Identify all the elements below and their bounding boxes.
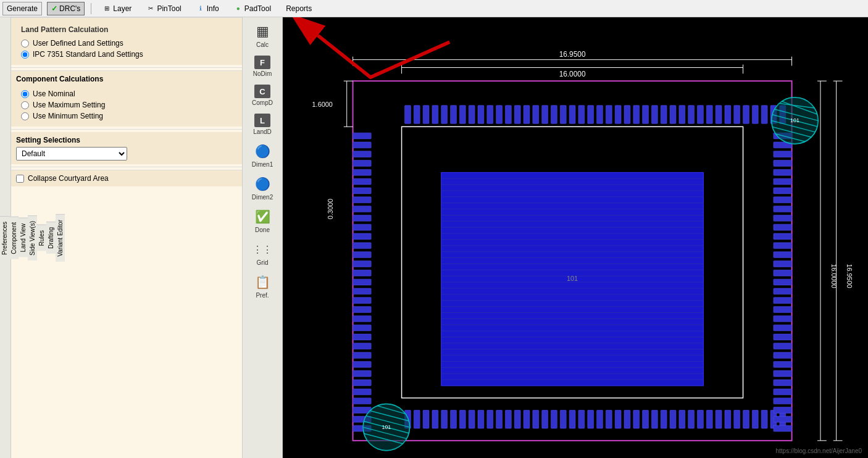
svg-rect-179: [774, 352, 792, 359]
svg-rect-142: [353, 315, 372, 322]
use-nominal-label: Use Nominal: [33, 90, 75, 98]
svg-rect-118: [752, 410, 758, 428]
svg-rect-50: [514, 106, 520, 124]
pintool-menu[interactable]: ✂ PinTool: [141, 3, 186, 14]
pref-button[interactable]: 📋 Pref.: [244, 270, 280, 302]
vtab-component[interactable]: Component: [9, 217, 19, 259]
svg-rect-109: [670, 410, 676, 428]
svg-rect-133: [353, 233, 372, 239]
info-menu[interactable]: ℹ Info: [191, 3, 224, 14]
svg-rect-87: [469, 410, 475, 428]
svg-rect-81: [414, 410, 420, 428]
svg-rect-107: [651, 410, 657, 428]
ipc7351-radio-input[interactable]: [21, 51, 29, 59]
comp-calc-title: Component Calculations: [16, 75, 237, 83]
svg-rect-172: [774, 288, 792, 294]
calc-button[interactable]: ▦ Calc: [244, 20, 280, 51]
done-icon: ✅: [254, 208, 271, 225]
layer-menu[interactable]: ⊞ Layer: [98, 3, 136, 14]
vtab-drafting[interactable]: Drafting: [46, 222, 56, 254]
svg-rect-46: [478, 106, 484, 124]
svg-rect-141: [353, 307, 372, 313]
dimen2-button[interactable]: 🔵 Dimen2: [244, 172, 280, 204]
use-nominal-radio-input[interactable]: [21, 90, 29, 98]
checkmark-icon: ✓: [51, 4, 57, 13]
pcb-canvas[interactable]: 101 101 101 16.9500: [283, 17, 868, 458]
svg-rect-137: [353, 270, 372, 276]
vtab-rules[interactable]: Rules: [37, 225, 46, 251]
svg-rect-147: [353, 361, 372, 367]
vtab-landview[interactable]: Land View: [19, 218, 28, 257]
svg-rect-123: [353, 142, 372, 148]
svg-rect-86: [459, 410, 465, 428]
svg-rect-88: [478, 410, 484, 428]
svg-rect-167: [774, 243, 792, 249]
done-button[interactable]: ✅ Done: [244, 205, 280, 236]
svg-rect-48: [496, 106, 503, 124]
svg-rect-165: [774, 224, 792, 230]
svg-rect-130: [353, 206, 372, 212]
svg-text:101: 101: [382, 424, 391, 430]
svg-rect-125: [353, 160, 372, 167]
svg-rect-74: [734, 106, 740, 124]
vtab-variant-editor[interactable]: Variant Editor: [56, 214, 65, 262]
use-max-radio[interactable]: Use Maximum Setting: [21, 101, 232, 109]
compd-button[interactable]: C CompD: [244, 81, 280, 109]
svg-rect-114: [716, 410, 722, 428]
svg-rect-40: [423, 106, 429, 124]
divider-1: [11, 67, 242, 68]
settings-dropdown[interactable]: Default: [16, 147, 127, 160]
padtool-menu[interactable]: ● PadTool: [229, 3, 276, 14]
svg-rect-77: [761, 106, 767, 124]
svg-rect-105: [633, 410, 640, 428]
ipc7351-radio[interactable]: IPC 7351 Standard Land Settings: [21, 50, 232, 59]
user-defined-label: User Defined Land Settings: [33, 39, 123, 48]
svg-rect-47: [487, 106, 493, 124]
svg-rect-136: [353, 261, 372, 267]
svg-rect-45: [469, 106, 475, 124]
svg-rect-97: [560, 410, 566, 428]
collapse-courtyard-checkbox[interactable]: [16, 175, 24, 183]
svg-rect-76: [752, 106, 758, 124]
padtool-icon: ●: [234, 4, 243, 13]
generate-button[interactable]: Generate: [2, 2, 42, 15]
landd-button[interactable]: L LandD: [244, 110, 280, 138]
settings-label: Setting Selections: [16, 136, 237, 144]
svg-rect-124: [353, 151, 372, 157]
svg-rect-62: [624, 106, 630, 124]
svg-rect-139: [353, 288, 372, 294]
calc-label: Calc: [256, 41, 269, 48]
svg-rect-89: [487, 410, 493, 428]
grid-button[interactable]: ⋮⋮ Grid: [244, 238, 280, 269]
dimen1-button[interactable]: 🔵 Dimen1: [244, 139, 280, 171]
svg-rect-135: [353, 252, 372, 258]
reports-menu[interactable]: Reports: [281, 3, 317, 14]
svg-rect-115: [725, 410, 731, 428]
grid-label: Grid: [257, 259, 269, 266]
svg-rect-42: [441, 106, 448, 124]
use-min-label: Use Minimum Setting: [33, 112, 103, 120]
svg-rect-98: [569, 410, 575, 428]
user-defined-radio[interactable]: User Defined Land Settings: [21, 39, 232, 48]
vtab-preferences[interactable]: Preferences: [0, 216, 9, 260]
user-defined-radio-input[interactable]: [21, 40, 29, 48]
svg-rect-151: [353, 398, 372, 404]
svg-rect-138: [353, 279, 372, 285]
drcs-button[interactable]: ✓ DRC's: [47, 2, 85, 15]
use-min-radio-input[interactable]: [21, 112, 29, 120]
nodim-label: NoDim: [253, 70, 272, 77]
svg-rect-143: [353, 325, 372, 331]
svg-rect-66: [661, 106, 667, 124]
nodim-button[interactable]: F NoDim: [244, 52, 280, 80]
vtab-sideview[interactable]: Side View(s): [28, 215, 37, 260]
svg-rect-182: [774, 380, 792, 386]
svg-rect-181: [774, 370, 792, 377]
layer-label: Layer: [113, 4, 131, 13]
use-min-radio[interactable]: Use Minimum Setting: [21, 112, 232, 120]
dimen1-label: Dimen1: [252, 161, 273, 168]
use-max-radio-input[interactable]: [21, 101, 29, 109]
svg-rect-163: [774, 206, 792, 212]
svg-rect-63: [633, 106, 640, 124]
use-nominal-radio[interactable]: Use Nominal: [21, 90, 232, 98]
svg-rect-95: [542, 410, 548, 428]
